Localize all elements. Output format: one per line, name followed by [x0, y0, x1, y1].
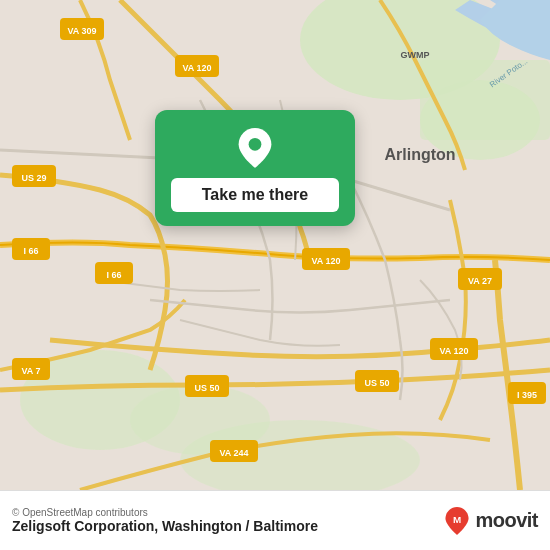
svg-text:US 50: US 50 [364, 378, 389, 388]
map-attribution: © OpenStreetMap contributors [12, 507, 318, 518]
svg-text:VA 309: VA 309 [67, 26, 96, 36]
svg-text:VA 120: VA 120 [182, 63, 211, 73]
moovit-pin-icon: M [443, 507, 471, 535]
svg-text:VA 27: VA 27 [468, 276, 492, 286]
location-title: Zeligsoft Corporation, Washington / Balt… [12, 518, 318, 534]
svg-text:I 66: I 66 [23, 246, 38, 256]
svg-text:Arlington: Arlington [384, 146, 455, 163]
svg-rect-3 [420, 60, 550, 140]
svg-text:M: M [453, 513, 461, 524]
svg-text:US 29: US 29 [21, 173, 46, 183]
svg-point-36 [249, 138, 262, 151]
moovit-logo: M moovit [443, 507, 538, 535]
svg-text:I 66: I 66 [106, 270, 121, 280]
bottom-left-info: © OpenStreetMap contributors Zeligsoft C… [12, 507, 318, 534]
svg-text:VA 120: VA 120 [311, 256, 340, 266]
bottom-bar: © OpenStreetMap contributors Zeligsoft C… [0, 490, 550, 550]
svg-text:US 50: US 50 [194, 383, 219, 393]
svg-text:VA 120: VA 120 [439, 346, 468, 356]
svg-text:I 395: I 395 [517, 390, 537, 400]
take-me-there-button[interactable]: Take me there [171, 178, 339, 212]
svg-text:GWMP: GWMP [401, 50, 430, 60]
svg-text:VA 7: VA 7 [21, 366, 40, 376]
svg-text:VA 244: VA 244 [219, 448, 248, 458]
location-pin-icon [235, 128, 275, 168]
moovit-brand-text: moovit [475, 509, 538, 532]
map-container: VA 309 VA 120 US 29 I 66 I 66 VA 7 US 50… [0, 0, 550, 490]
map-svg: VA 309 VA 120 US 29 I 66 I 66 VA 7 US 50… [0, 0, 550, 490]
location-card: Take me there [155, 110, 355, 226]
